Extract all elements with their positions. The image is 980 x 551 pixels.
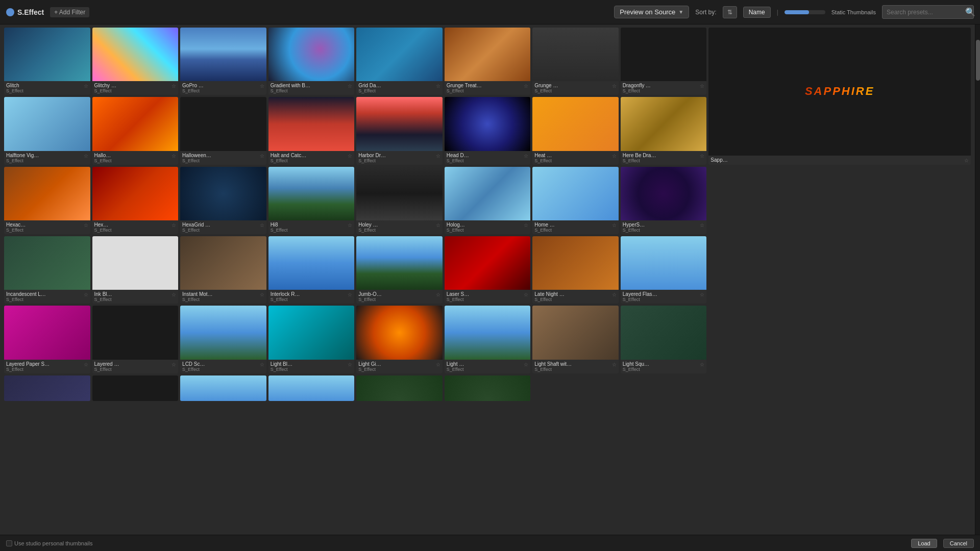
effect-item[interactable]: Light GizmoS_Effect☆ (356, 306, 443, 373)
favorite-star-icon[interactable]: ☆ (700, 222, 704, 228)
studio-thumb-checkbox[interactable] (6, 540, 12, 546)
favorite-star-icon[interactable]: ☆ (524, 362, 528, 367)
effect-item[interactable]: GlitchS_Effect☆ (4, 28, 90, 95)
scrollbar[interactable] (975, 24, 980, 551)
favorite-star-icon[interactable]: ☆ (260, 153, 264, 159)
effect-item[interactable]: LCD ScreenS_Effect☆ (180, 306, 266, 373)
effect-item[interactable]: HexaGrid EchoS_Effect☆ (180, 167, 266, 234)
favorite-star-icon[interactable]: ☆ (172, 362, 176, 367)
effect-item[interactable]: HologramS_Effect☆ (445, 167, 531, 234)
effect-item[interactable]: Grunge WallS_Effect☆ (532, 28, 619, 95)
favorite-star-icon[interactable]: ☆ (260, 222, 264, 228)
favorite-star-icon[interactable]: ☆ (172, 222, 176, 228)
favorite-star-icon[interactable]: ☆ (84, 222, 88, 228)
effect-item[interactable]: Glitchy SortS_Effect☆ (92, 28, 179, 95)
load-button[interactable]: Load (911, 539, 937, 548)
favorite-star-icon[interactable]: ☆ (700, 292, 704, 297)
favorite-star-icon[interactable]: ☆ (436, 362, 440, 367)
sort-order-button[interactable]: ⇅ (723, 6, 737, 18)
effect-item[interactable]: Instant Motion...S_Effect☆ (180, 236, 266, 304)
effect-item[interactable]: Light SquaresS_Effect☆ (621, 306, 707, 373)
favorite-star-icon[interactable]: ☆ (260, 362, 264, 367)
preview-dropdown[interactable]: Preview on Source ▼ (614, 6, 689, 18)
effect-item[interactable]: Laser ShowS_Effect☆ (445, 236, 531, 304)
effect-item[interactable]: Layered RainS_Effect☆ (92, 306, 179, 373)
effect-item[interactable]: Incandescent Light...S_Effect☆ (4, 236, 90, 304)
effect-item[interactable] (4, 375, 90, 401)
favorite-star-icon[interactable]: ☆ (436, 83, 440, 89)
effect-name: Light Gizmo (358, 361, 381, 367)
effect-item[interactable]: Head DressS_Effect☆ (445, 97, 531, 164)
effect-item[interactable]: Halloween TextS_Effect☆ (180, 97, 266, 164)
search-box[interactable]: 🔍 (882, 5, 974, 19)
effect-item[interactable]: Late Night HazeS_Effect☆ (532, 236, 619, 304)
effect-item[interactable]: Light PegsS_Effect☆ (445, 306, 531, 373)
effect-item[interactable]: Heat HazeS_Effect☆ (532, 97, 619, 164)
effect-item[interactable]: Layered FlashbulbS_Effect☆ (621, 236, 707, 304)
favorite-star-icon[interactable]: ☆ (348, 153, 352, 159)
effect-item[interactable]: HyperSpaceS_Effect☆ (621, 167, 707, 234)
favorite-star-icon[interactable]: ☆ (612, 83, 617, 89)
favorite-star-icon[interactable]: ☆ (348, 292, 352, 297)
cancel-button[interactable]: Cancel (943, 539, 974, 548)
effect-item[interactable]: Ink BlotchS_Effect☆ (92, 236, 179, 304)
search-input[interactable] (887, 9, 963, 16)
favorite-star-icon[interactable]: ☆ (172, 83, 176, 89)
favorite-star-icon[interactable]: ☆ (524, 83, 528, 89)
favorite-star-icon[interactable]: ☆ (84, 83, 88, 89)
effect-item[interactable]: SAPPHIRESapphire☆ (708, 28, 971, 165)
add-filter-button[interactable]: + Add Filter (50, 7, 89, 17)
effect-item[interactable]: Halt and Catch FireS_Effect☆ (268, 97, 355, 164)
effect-item[interactable]: Holey WallS_Effect☆ (356, 167, 443, 234)
favorite-star-icon[interactable]: ☆ (524, 153, 528, 159)
effect-item[interactable]: Gradient with Bokeh...S_Effect☆ (268, 28, 355, 95)
effect-item[interactable]: Home MovieS_Effect☆ (532, 167, 619, 234)
favorite-star-icon[interactable]: ☆ (612, 222, 617, 228)
effect-item[interactable] (92, 375, 179, 401)
favorite-star-icon[interactable]: ☆ (348, 362, 352, 367)
effect-item[interactable]: Jumb-O-tronS_Effect☆ (356, 236, 443, 304)
effect-item[interactable] (445, 375, 531, 401)
favorite-star-icon[interactable]: ☆ (436, 292, 440, 297)
effect-item[interactable]: Light Shaft with DustS_Effect☆ (532, 306, 619, 373)
favorite-star-icon[interactable]: ☆ (260, 83, 264, 89)
effect-item[interactable]: Grunge TreatmentS_Effect☆ (445, 28, 531, 95)
effect-item[interactable]: Grid DamageS_Effect☆ (356, 28, 443, 95)
scrollbar-thumb[interactable] (976, 40, 980, 81)
effect-item[interactable]: Interlock RevealS_Effect☆ (268, 236, 355, 304)
effect-item[interactable]: Light BlocksS_Effect☆ (268, 306, 355, 373)
favorite-star-icon[interactable]: ☆ (172, 292, 176, 297)
favorite-star-icon[interactable]: ☆ (84, 362, 88, 367)
effect-item[interactable]: Harbor DreamsS_Effect☆ (356, 97, 443, 164)
favorite-star-icon[interactable]: ☆ (700, 362, 704, 367)
effect-item[interactable]: Here Be DragonsS_Effect☆ (621, 97, 707, 164)
favorite-star-icon[interactable]: ☆ (700, 153, 704, 159)
favorite-star-icon[interactable]: ☆ (964, 158, 969, 163)
favorite-star-icon[interactable]: ☆ (612, 362, 617, 367)
favorite-star-icon[interactable]: ☆ (524, 222, 528, 228)
favorite-star-icon[interactable]: ☆ (700, 83, 704, 89)
favorite-star-icon[interactable]: ☆ (84, 153, 88, 159)
favorite-star-icon[interactable]: ☆ (348, 222, 352, 228)
effect-item[interactable] (268, 375, 355, 401)
effect-item[interactable]: Hi8S_Effect☆ (268, 167, 355, 234)
effect-item[interactable]: HalloweenS_Effect☆ (92, 97, 179, 164)
effect-item[interactable]: HexacubesS_Effect☆ (4, 167, 90, 234)
effect-item[interactable]: Halftone VignetteS_Effect☆ (4, 97, 90, 164)
favorite-star-icon[interactable]: ☆ (172, 153, 176, 159)
favorite-star-icon[interactable]: ☆ (524, 292, 528, 297)
effect-item[interactable] (356, 375, 443, 401)
favorite-star-icon[interactable]: ☆ (348, 83, 352, 89)
effect-item[interactable]: GoPro FixerS_Effect☆ (180, 28, 266, 95)
favorite-star-icon[interactable]: ☆ (84, 292, 88, 297)
favorite-star-icon[interactable]: ☆ (436, 222, 440, 228)
effect-item[interactable]: Dragonfly AlphaS_Effect☆ (621, 28, 707, 95)
favorite-star-icon[interactable]: ☆ (260, 292, 264, 297)
favorite-star-icon[interactable]: ☆ (436, 153, 440, 159)
favorite-star-icon[interactable]: ☆ (612, 153, 617, 159)
effect-item[interactable]: HexafluxS_Effect☆ (92, 167, 179, 234)
effect-item[interactable]: Layered Paper ShredsS_Effect☆ (4, 306, 90, 373)
sort-name-button[interactable]: Name (743, 7, 771, 18)
effect-item[interactable] (180, 375, 266, 401)
favorite-star-icon[interactable]: ☆ (612, 292, 617, 297)
